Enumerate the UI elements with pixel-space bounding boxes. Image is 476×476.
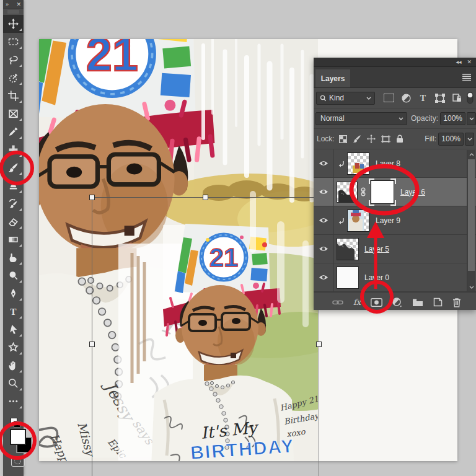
toolbar-collapse-icon[interactable]: » [6, 1, 9, 7]
tool-smudge[interactable] [3, 249, 24, 267]
tool-quick-selection[interactable] [3, 69, 24, 87]
panel-menu-icon[interactable] [462, 73, 472, 81]
toolbar-close-icon[interactable]: ✕ [16, 1, 21, 7]
lock-all-icon[interactable] [396, 134, 403, 143]
tool-eraser[interactable] [3, 213, 24, 231]
tool-custom-shape[interactable] [3, 338, 24, 356]
scroll-up-arrow[interactable] [467, 150, 475, 159]
layer-thumbnail[interactable] [347, 209, 369, 232]
lock-artboard-icon[interactable] [381, 135, 390, 143]
layers-panel: ◂◂ ✕ Layers Kind T Normal Opacity: 100% [314, 58, 476, 310]
tools-panel-header: » ✕ [3, 0, 24, 9]
chevron-down-icon [399, 117, 403, 120]
lock-image-pixels-icon[interactable] [353, 134, 361, 143]
layer-thumbnail[interactable] [337, 267, 359, 289]
tool-frame[interactable] [3, 105, 24, 123]
layer-name[interactable]: Layer 9 [376, 216, 400, 225]
scrollbar-thumb[interactable] [468, 159, 475, 271]
fill-dropdown-button[interactable] [465, 133, 474, 146]
tool-eyedropper[interactable] [3, 123, 24, 141]
panel-collapse-icon[interactable]: ◂◂ [456, 59, 461, 65]
fill-value: 100% [441, 134, 461, 143]
lock-row: Lock: Fill: 100% [314, 129, 476, 149]
layer-name[interactable]: Layer 5 [364, 245, 389, 253]
tool-hand[interactable] [3, 356, 24, 374]
tool-zoom[interactable] [3, 374, 24, 392]
layer-row-layer-5[interactable]: Layer 5 [314, 235, 476, 263]
layer-row-layer-9[interactable]: Layer 9 [314, 206, 476, 235]
tool-lasso[interactable] [3, 51, 24, 69]
chevron-down-icon [469, 117, 474, 120]
tool-edit-toolbar[interactable] [3, 392, 24, 410]
tool-path-selection[interactable] [3, 320, 24, 338]
layer-row-layer-8[interactable]: Layer 8 [314, 149, 476, 178]
filter-pixel-layers-icon[interactable] [384, 94, 394, 102]
layer-row-layer-0[interactable]: Layer 0 [314, 263, 476, 292]
link-layers-button[interactable] [332, 299, 343, 306]
filter-kind-label: Kind [329, 94, 344, 102]
blend-mode-row: Normal Opacity: 100% [314, 108, 476, 129]
visibility-toggle[interactable] [314, 263, 334, 291]
visibility-toggle[interactable] [314, 149, 334, 177]
eye-icon [319, 245, 328, 252]
tab-layers[interactable]: Layers [315, 69, 350, 87]
opacity-input[interactable]: 100% [440, 112, 465, 125]
layers-scrollbar[interactable] [467, 150, 475, 291]
filter-shape-layers-icon[interactable] [435, 94, 445, 103]
lock-label: Lock: [317, 134, 335, 143]
scroll-down-arrow[interactable] [467, 283, 475, 291]
new-group-button[interactable] [412, 298, 423, 307]
adjustment-layer-button[interactable] [392, 298, 402, 307]
layer-name[interactable]: Layer 0 [364, 273, 389, 282]
mask-link-icon[interactable] [360, 187, 366, 196]
panel-close-icon[interactable]: ✕ [467, 59, 472, 65]
photo-content[interactable]: 21 [39, 39, 318, 461]
filter-smart-objects-icon[interactable] [452, 94, 461, 103]
layer-name[interactable]: Layer 8 [376, 159, 400, 168]
lock-transparent-pixels-icon[interactable] [339, 135, 347, 143]
foreground-color-swatch[interactable] [10, 429, 26, 445]
tool-history-brush[interactable] [3, 195, 24, 213]
tool-crop[interactable] [3, 87, 24, 105]
filter-adjustment-layers-icon[interactable] [402, 94, 411, 103]
filter-toggle-switch[interactable] [467, 92, 474, 104]
layer-thumbnail[interactable] [347, 152, 369, 175]
tool-dodge[interactable] [3, 267, 24, 284]
delete-layer-button[interactable] [452, 298, 461, 307]
layer-mask-thumbnail[interactable] [371, 180, 394, 204]
opacity-dropdown-button[interactable] [467, 112, 476, 125]
toolbar-grip[interactable] [7, 10, 19, 14]
visibility-toggle[interactable] [314, 206, 334, 234]
eye-icon [319, 217, 328, 224]
blend-mode-select[interactable]: Normal [315, 112, 407, 125]
layer-style-button[interactable]: fx [353, 298, 361, 307]
add-layer-mask-button[interactable] [371, 298, 382, 307]
opacity-value: 100% [443, 114, 462, 123]
blend-mode-value: Normal [320, 114, 345, 123]
tool-marquee[interactable] [3, 33, 24, 51]
svg-text:T: T [11, 307, 17, 317]
eye-icon [319, 274, 328, 281]
tool-move[interactable] [3, 15, 24, 33]
fill-input[interactable]: 100% [438, 133, 464, 146]
tool-spot-healing[interactable] [3, 141, 24, 159]
svg-text:T: T [420, 94, 426, 102]
visibility-toggle[interactable] [314, 178, 334, 206]
tool-clone-stamp[interactable] [3, 177, 24, 195]
tool-pen[interactable] [3, 284, 24, 302]
quick-mask-mode-button[interactable] [11, 456, 25, 467]
tool-gradient[interactable] [3, 231, 24, 249]
filter-type-layers-icon[interactable]: T [418, 94, 428, 102]
filter-kind-select[interactable]: Kind [316, 92, 375, 105]
tool-brush[interactable] [3, 159, 24, 177]
lock-position-icon[interactable] [367, 134, 376, 143]
new-layer-button[interactable] [433, 298, 443, 307]
chevron-down-icon [366, 97, 371, 100]
layer-row-layer-6[interactable]: Layer 6 [314, 178, 476, 206]
tool-type[interactable]: T [3, 302, 24, 320]
layers-list: Layer 8 Layer 6 [314, 149, 476, 292]
layer-name[interactable]: Layer 6 [400, 188, 425, 196]
layer-thumbnail[interactable] [337, 238, 359, 260]
layer-thumbnail[interactable] [337, 182, 358, 203]
visibility-toggle[interactable] [314, 235, 334, 263]
